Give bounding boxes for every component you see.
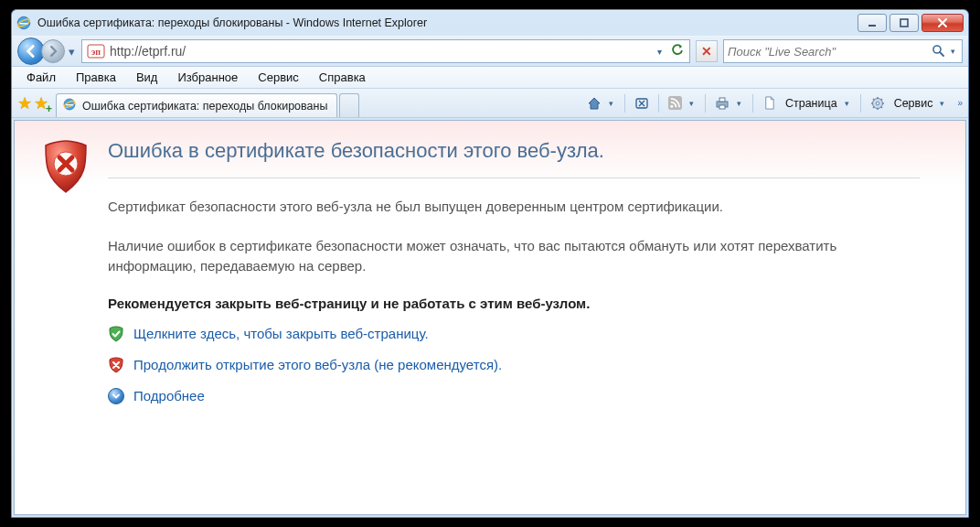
red-shield-icon [108, 357, 124, 373]
svg-rect-14 [719, 98, 725, 102]
print-dropdown[interactable]: ▾ [737, 99, 741, 108]
svg-text:эп: эп [91, 47, 101, 57]
menu-tools[interactable]: Сервис [249, 69, 308, 86]
content-area: Ошибка в сертификате безопасности этого … [14, 120, 966, 515]
overflow-chevron-icon[interactable]: » [957, 98, 963, 108]
command-bar: ★ ★ Ошибка сертификата: переходы блокиро… [12, 89, 968, 118]
tab-active[interactable]: Ошибка сертификата: переходы блокированы [56, 93, 337, 117]
page-icon[interactable] [761, 96, 778, 110]
site-badge-icon: эп [86, 43, 106, 59]
svg-point-17 [876, 102, 879, 105]
separator [705, 94, 706, 113]
svg-line-25 [880, 99, 882, 101]
more-info-link[interactable]: Подробнее [133, 388, 205, 403]
svg-line-23 [880, 106, 882, 108]
refresh-button[interactable] [669, 44, 686, 59]
page-dropdown[interactable]: ▾ [845, 99, 849, 108]
svg-rect-15 [719, 105, 725, 109]
svg-point-12 [670, 105, 673, 108]
svg-line-7 [940, 52, 943, 56]
expand-icon[interactable] [108, 388, 124, 404]
home-dropdown[interactable]: ▾ [609, 99, 613, 108]
titlebar: Ошибка сертификата: переходы блокированы… [12, 10, 968, 36]
more-info-row: Подробнее [108, 388, 920, 404]
address-bar[interactable]: эп ▾ [81, 39, 690, 63]
menu-file[interactable]: Файл [17, 69, 65, 86]
page-button-label[interactable]: Страница [783, 97, 839, 110]
home-icon[interactable] [585, 96, 603, 111]
divider [108, 177, 920, 178]
separator [658, 94, 659, 113]
menu-view[interactable]: Вид [127, 69, 167, 86]
print-icon[interactable] [713, 96, 731, 111]
new-tab-button[interactable] [339, 93, 359, 117]
close-button[interactable] [921, 14, 964, 32]
search-input[interactable] [728, 45, 928, 59]
close-page-link[interactable]: Щелкните здесь, чтобы закрыть веб-страни… [133, 326, 429, 341]
close-page-row: Щелкните здесь, чтобы закрыть веб-страни… [108, 326, 920, 342]
history-dropdown[interactable]: ▾ [65, 45, 78, 59]
stop-button[interactable]: ✕ [696, 40, 718, 62]
svg-rect-3 [900, 19, 908, 27]
search-dropdown[interactable]: ▾ [948, 47, 958, 56]
maximize-button[interactable] [889, 14, 919, 32]
svg-rect-11 [668, 96, 682, 110]
feeds-dropdown[interactable]: ▾ [689, 99, 694, 108]
minimize-button[interactable] [858, 14, 887, 32]
window-title: Ошибка сертификата: переходы блокированы… [37, 16, 852, 29]
search-icon[interactable] [928, 44, 948, 59]
navigation-bar: ▾ эп ▾ ✕ ▾ [12, 36, 968, 67]
service-dropdown[interactable]: ▾ [940, 99, 944, 108]
continue-link[interactable]: Продолжить открытие этого веб-узла (не р… [133, 357, 502, 372]
window-controls [858, 14, 964, 32]
cert-line-1: Сертификат безопасности этого веб-узла н… [108, 197, 920, 218]
error-shield-icon [40, 137, 91, 199]
green-shield-icon [108, 326, 124, 342]
svg-line-24 [873, 106, 875, 108]
menu-edit[interactable]: Правка [67, 69, 125, 86]
address-dropdown[interactable]: ▾ [654, 47, 666, 57]
feeds-icon[interactable] [666, 96, 684, 110]
forward-button[interactable] [41, 39, 65, 63]
menu-help[interactable]: Справка [310, 69, 375, 86]
browser-window: Ошибка сертификата: переходы блокированы… [11, 9, 969, 518]
add-favorite-icon[interactable]: ★ [34, 93, 48, 113]
menu-favorites[interactable]: Избранное [168, 69, 247, 86]
separator [624, 94, 625, 113]
gear-icon[interactable] [868, 96, 887, 111]
ie-tab-icon [62, 97, 77, 114]
service-button-label[interactable]: Сервис [892, 97, 935, 110]
address-input[interactable] [110, 44, 650, 59]
cert-line-2: Наличие ошибок в сертификате безопасност… [108, 236, 920, 277]
separator [752, 94, 753, 113]
tabs: Ошибка сертификата: переходы блокированы [56, 89, 359, 117]
separator [860, 94, 861, 113]
svg-line-22 [873, 99, 875, 101]
certificate-error-page: Ошибка в сертификате безопасности этого … [15, 121, 965, 514]
menu-bar: Файл Правка Вид Избранное Сервис Справка [12, 67, 968, 89]
favorites-star-icon[interactable]: ★ [17, 93, 32, 113]
nav-arrows: ▾ [17, 38, 78, 65]
continue-row: Продолжить открытие этого веб-узла (не р… [108, 357, 920, 373]
svg-rect-2 [868, 25, 876, 27]
command-buttons: ▾ ▾ ▾ Страница ▾ Сервис ▾ [585, 94, 963, 113]
cert-heading: Ошибка в сертификате безопасности этого … [108, 135, 920, 163]
search-box[interactable]: ▾ [723, 39, 963, 63]
tab-title: Ошибка сертификата: переходы блокированы [82, 100, 327, 113]
ie-logo-icon [16, 15, 32, 31]
inprivate-icon[interactable] [633, 96, 651, 111]
cert-recommend: Рекомендуется закрыть веб-страницу и не … [108, 296, 920, 311]
